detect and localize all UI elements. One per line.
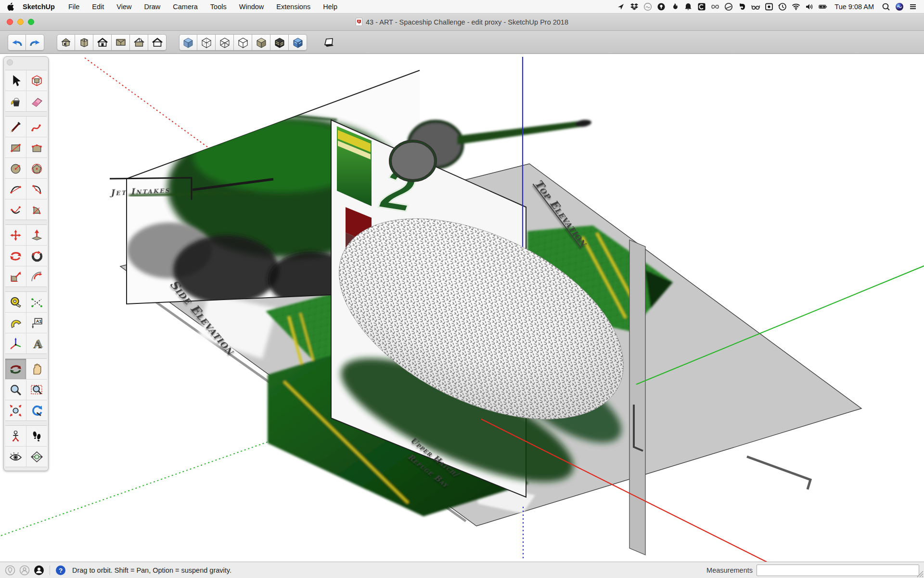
menubar-clock[interactable]: Tue 9:08 AM bbox=[832, 3, 877, 11]
circle-slash-icon[interactable] bbox=[724, 2, 733, 11]
pie-tool[interactable] bbox=[26, 199, 47, 220]
view-iso-button[interactable] bbox=[57, 34, 75, 51]
view-left-button[interactable] bbox=[148, 34, 167, 51]
menu-window[interactable]: Window bbox=[233, 0, 270, 13]
glasses-icon[interactable] bbox=[751, 2, 760, 11]
location-arrow-icon[interactable] bbox=[616, 2, 625, 11]
dropbox-icon[interactable] bbox=[629, 2, 639, 11]
text-tool[interactable]: A1 bbox=[26, 313, 47, 333]
redo-button[interactable] bbox=[26, 34, 44, 51]
select-tool[interactable] bbox=[5, 70, 26, 91]
undo-button[interactable] bbox=[8, 34, 26, 51]
menu-view[interactable]: View bbox=[110, 0, 138, 13]
large-tool-set-palette: A1 AA bbox=[3, 56, 49, 471]
window-title-wrap: 43 - ART - Spaceship Challenge - edit pr… bbox=[356, 18, 568, 26]
menu-edit[interactable]: Edit bbox=[86, 0, 110, 13]
apple-menu-icon[interactable] bbox=[6, 2, 15, 11]
battery-charging-icon[interactable] bbox=[818, 2, 827, 11]
macos-menubar: SketchUp File Edit View Draw Camera Tool… bbox=[0, 0, 924, 13]
creative-cloud-icon[interactable] bbox=[643, 2, 652, 11]
wifi-icon[interactable] bbox=[791, 2, 800, 11]
three-point-arc-tool[interactable] bbox=[5, 199, 26, 220]
menubar-status-icons: Tue 9:08 AM bbox=[616, 2, 917, 11]
section-plane-tool[interactable] bbox=[26, 447, 47, 467]
dimension-tool[interactable] bbox=[26, 292, 47, 312]
flame-icon[interactable] bbox=[670, 2, 679, 11]
one-password-icon[interactable] bbox=[656, 2, 666, 11]
signed-in-user-icon[interactable] bbox=[34, 565, 44, 576]
style-shaded-button[interactable] bbox=[252, 34, 270, 51]
help-icon[interactable]: ? bbox=[55, 565, 66, 576]
infinity-loop-icon[interactable] bbox=[710, 2, 719, 11]
rotate-tool[interactable] bbox=[5, 246, 26, 266]
look-around-tool[interactable] bbox=[5, 447, 26, 467]
push-pull-tool[interactable] bbox=[26, 225, 47, 245]
menu-app-sketchup[interactable]: SketchUp bbox=[16, 0, 62, 13]
menu-camera[interactable]: Camera bbox=[167, 0, 204, 13]
eraser-tool[interactable] bbox=[26, 91, 47, 111]
rectangle-tool[interactable] bbox=[5, 137, 26, 158]
style-back-edges-button[interactable] bbox=[197, 34, 216, 51]
style-textured-button[interactable] bbox=[270, 34, 289, 51]
style-xray-button[interactable] bbox=[179, 34, 197, 51]
protractor-tool[interactable] bbox=[5, 313, 26, 333]
minimize-button[interactable] bbox=[17, 19, 24, 25]
viewport-canvas[interactable]: 2 Jet bbox=[0, 54, 924, 562]
geolocation-icon[interactable] bbox=[5, 565, 15, 576]
offset-tool[interactable] bbox=[26, 266, 47, 287]
zoom-tool[interactable] bbox=[5, 380, 26, 400]
previous-view-tool[interactable] bbox=[26, 400, 47, 420]
resize-grip[interactable] bbox=[917, 571, 924, 578]
rotated-rectangle-tool[interactable] bbox=[26, 137, 47, 158]
menu-help[interactable]: Help bbox=[317, 0, 344, 13]
walk-tool[interactable] bbox=[26, 426, 47, 446]
threed-text-tool[interactable]: AA bbox=[26, 333, 47, 354]
view-top-button[interactable] bbox=[112, 34, 130, 51]
zoom-window-tool[interactable] bbox=[26, 380, 47, 400]
measurements-input[interactable] bbox=[757, 565, 919, 576]
evernote-icon[interactable] bbox=[737, 2, 746, 11]
move-tool[interactable] bbox=[5, 225, 26, 245]
scale-tool[interactable] bbox=[5, 266, 26, 287]
menu-extensions[interactable]: Extensions bbox=[270, 0, 317, 13]
line-tool[interactable] bbox=[5, 117, 26, 137]
siri-icon[interactable] bbox=[895, 2, 904, 11]
statusbar: ? Drag to orbit. Shift = Pan, Option = s… bbox=[0, 562, 924, 578]
window-title: 43 - ART - Spaceship Challenge - edit pr… bbox=[366, 18, 568, 26]
paint-bucket-tool[interactable] bbox=[5, 91, 26, 111]
style-wireframe-button[interactable] bbox=[216, 34, 234, 51]
freehand-tool[interactable] bbox=[26, 117, 47, 137]
style-hidden-line-button[interactable] bbox=[234, 34, 252, 51]
style-monochrome-button[interactable] bbox=[289, 34, 307, 51]
axes-tool[interactable] bbox=[5, 333, 26, 354]
zoom-button[interactable] bbox=[28, 19, 34, 25]
tape-measure-tool[interactable] bbox=[5, 292, 26, 312]
time-machine-icon[interactable] bbox=[778, 2, 787, 11]
palette-handle[interactable] bbox=[7, 59, 13, 66]
follow-me-tool[interactable] bbox=[26, 246, 47, 266]
credit-attribution-icon[interactable] bbox=[19, 565, 30, 576]
two-point-arc-tool[interactable] bbox=[5, 179, 26, 199]
orbit-tool[interactable] bbox=[5, 359, 26, 379]
bell-icon[interactable] bbox=[683, 2, 693, 11]
spotlight-search-icon[interactable] bbox=[881, 2, 890, 11]
screen-record-icon[interactable] bbox=[764, 2, 773, 11]
notification-center-icon[interactable] bbox=[908, 2, 917, 11]
zoom-extents-tool[interactable] bbox=[5, 400, 26, 420]
view-box-button[interactable] bbox=[75, 34, 93, 51]
menu-file[interactable]: File bbox=[62, 0, 86, 13]
menu-tools[interactable]: Tools bbox=[204, 0, 233, 13]
position-camera-tool[interactable] bbox=[5, 426, 26, 446]
camtasia-icon[interactable] bbox=[697, 2, 706, 11]
make-component-tool[interactable] bbox=[26, 70, 47, 91]
view-front-button[interactable] bbox=[93, 34, 112, 51]
pan-tool[interactable] bbox=[26, 359, 47, 379]
white-model-style-button[interactable] bbox=[320, 34, 338, 51]
circle-tool[interactable] bbox=[5, 158, 26, 178]
arc-tool[interactable] bbox=[26, 179, 47, 199]
menu-draw[interactable]: Draw bbox=[138, 0, 167, 13]
view-back-button[interactable] bbox=[130, 34, 148, 51]
volume-icon[interactable] bbox=[805, 2, 814, 11]
close-button[interactable] bbox=[7, 19, 13, 25]
polygon-tool[interactable] bbox=[26, 158, 47, 178]
